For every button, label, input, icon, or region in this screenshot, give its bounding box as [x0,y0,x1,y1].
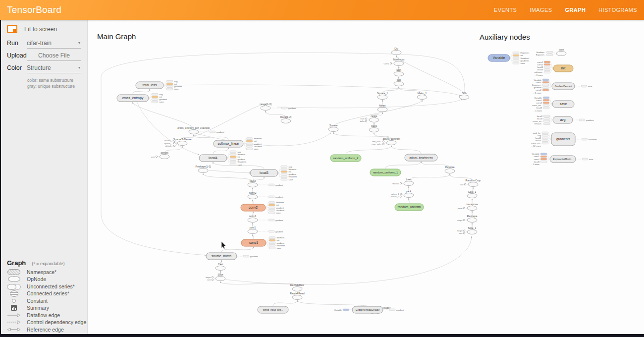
graph-node-concat[interactable]: concataxis [151,151,169,159]
graph-node-reshape[interactable]: Reshapeshape [457,215,477,223]
main-graph-canvas[interactable]: total_lossavginitgradientsavecross_entro… [0,20,644,337]
svg-text:DecodeRaw: DecodeRaw [290,283,305,286]
svg-text:.. 5 more: .. 5 more [534,110,542,112]
svg-text:range[1-3]: range[1-3] [260,103,271,106]
chevron-down-icon: ▾ [78,65,80,70]
graph-node-rank_w[interactable]: Rank [369,124,379,132]
svg-text:softmax_linear: softmax_linear [217,142,239,146]
graph-node-subcap[interactable]: Sub [459,92,469,100]
tab-histograms[interactable]: HISTOGRAMS [598,7,637,13]
graph-node-range_w[interactable]: rangestartdelta [360,114,379,123]
graph-node-transpose[interactable]: transposeperm [458,203,478,211]
top-nav: EVENTS IMAGES GRAPH HISTOGRAMS [494,7,637,13]
graph-node-variable_aux[interactable]: VariableExponen..initGradient..gradients… [488,52,530,64]
svg-text:range: range [371,114,377,117]
graph-node-ru1[interactable]: random_uniform_1 [370,169,401,176]
graph-node-norm1[interactable]: norm1gradient [248,215,283,223]
graph-node-slice[interactable]: Slicebeginsize [206,273,225,281]
graph-node-ru2[interactable]: random_uniform_2 [330,155,361,162]
graph-node-gradients_aux[interactable]: gradientstotal_lo..avglocal3local4cross_… [531,132,598,147]
legend-title: Graph [7,259,26,267]
svg-text:pool1: pool1 [250,226,256,229]
graph-node-pack[interactable]: packvalues_1values_2 [391,190,414,198]
graph-node-sparsetodense[interactable]: SparseToDensevalues_1sparse_..default.. [164,138,191,147]
graph-node-cross_entropy[interactable]: cross_entropyavginitgradientsave [117,93,167,104]
graph-node-avg_aux[interactable]: avglocal3local4cross_en..total_lo..gradi… [533,115,594,125]
capture-bottom-edge [0,334,644,337]
graph-node-string_input[interactable]: string_input_pro... [258,306,288,313]
tab-images[interactable]: IMAGES [530,7,552,13]
graph-node-shuffle_batch[interactable]: shuffle_batchgradient [206,253,258,260]
graph-node-div[interactable]: Div [391,47,401,55]
graph-node-gd_aux[interactable]: GradientDescentVariableconv1Exponen..gra… [532,79,592,94]
graph-node-local3[interactable]: local3avgMoment..initgradientGradient..s… [250,166,298,181]
graph-node-square1[interactable]: Square_1 [377,92,388,100]
color-label: Color [7,64,27,71]
graph-node-mean1[interactable]: Mean_1 [417,92,427,100]
graph-node-save_aux[interactable]: saveVariableconv1conv2cross_en..local3..… [532,97,574,112]
svg-text:SparseToDense: SparseToDense [173,138,192,141]
legend-item-constant: Constant [0,297,87,305]
color-select[interactable]: Structure ▾ [27,64,81,73]
svg-text:cross_entropy: cross_entropy [122,96,144,100]
choose-file-button[interactable]: Choose File [27,52,81,61]
graph-node-readerread[interactable]: ReaderRead [290,292,305,300]
svg-text:save: save [254,148,259,150]
graph-node-mean[interactable]: Mean [377,104,387,112]
graph-node-train_mini[interactable]: trainGradient..Exponen.. [536,48,566,56]
app-title: TensorBoard [7,4,61,15]
graph-node-norm2[interactable]: norm2gradient [248,191,283,199]
graph-node-reshape13[interactable]: Reshape[1-3] [195,165,211,173]
svg-text:Variable: Variable [334,309,342,311]
graph-node-cepe[interactable]: cross_entropy_per_examplegradient [177,126,224,134]
graph-node-init_aux[interactable]: initconv1conv2local3local4softmax.... 3 … [535,61,573,76]
graph-node-rank12[interactable]: Rank[1-2] [280,115,292,123]
graph-node-range13[interactable]: range[1-3]gradient [260,103,296,111]
graph-node-maximum[interactable]: MaximumConst [384,58,405,66]
graph-node-local4[interactable]: local4avgMoment..initgradientGradient..s… [199,151,247,166]
graph-node-conv1[interactable]: conv1Moment..initgradientGradient..save [241,236,286,249]
graph-node-pool2[interactable]: pool2gradient [248,179,283,187]
run-select[interactable]: cifar-train ▾ [27,40,81,49]
svg-text:Cast: Cast [218,263,223,266]
svg-text:.. 3 more: .. 3 more [533,92,542,94]
svg-text:train: train [559,48,564,51]
svg-text:concat: concat [161,151,168,154]
svg-text:size: size [460,183,464,186]
svg-text:random_uniform_2: random_uniform_2 [333,157,359,160]
svg-text:Maximum: Maximum [393,58,404,61]
graph-node-adjust_contrast[interactable]: adjust_contrastmin_valu..max_valu.. [372,137,400,146]
svg-text:gradient: gradient [275,219,283,222]
svg-text:size: size [459,232,463,234]
connected-series-icon [10,290,18,297]
graph-node-cast[interactable]: Cast [215,263,225,271]
svg-text:Sqrt: Sqrt [396,68,401,71]
tab-graph[interactable]: GRAPH [565,7,586,13]
graph-node-ru0[interactable]: random_uniform [395,204,424,211]
svg-text:Rank[1-2]: Rank[1-2] [280,115,292,118]
graph-node-expdecay[interactable]: ExponentialDecayVariablegradient [334,306,405,313]
graph-node-conv2[interactable]: conv2Moment..initgradientGradient..save [241,201,285,214]
graph-node-sqrt[interactable]: Sqrt [394,68,404,76]
graph-node-reverse[interactable]: Reverse [445,166,455,173]
graph-node-randomcrop[interactable]: RandomCropsize [460,179,481,187]
graph-node-sub_l[interactable]: sub [394,78,404,86]
svg-text:shuffle_batch: shuffle_batch [212,254,232,258]
graph-node-ema_aux[interactable]: ExponentialMovin..Variableconv1conv2loca… [531,153,593,166]
graph-node-decoderaw[interactable]: DecodeRaw [290,283,305,291]
svg-text:string_input_pro...: string_input_pro... [263,308,283,311]
graph-node-pool1[interactable]: pool1gradient [248,226,283,234]
fit-to-screen-icon[interactable] [7,25,17,33]
fit-to-screen-label[interactable]: Fit to screen [24,26,57,33]
graph-node-adjust_brightness[interactable]: adjust_brightness [405,154,437,161]
svg-text:gradients: gradients [556,137,571,141]
graph-node-total_loss[interactable]: total_lossavginitgradientsave [136,80,182,91]
graph-node-slice1[interactable]: Slice_1beginsize [457,226,477,235]
graph-node-less[interactable]: Lessmaxval [392,178,414,186]
graph-node-square[interactable]: Square [328,124,338,132]
graph-node-cast1[interactable]: Cast_1 [467,190,477,198]
svg-text:.. 12 more: .. 12 more [532,145,541,147]
svg-text:pack: pack [406,190,412,193]
svg-text:gradient: gradient [216,131,224,133]
tab-events[interactable]: EVENTS [494,7,517,13]
